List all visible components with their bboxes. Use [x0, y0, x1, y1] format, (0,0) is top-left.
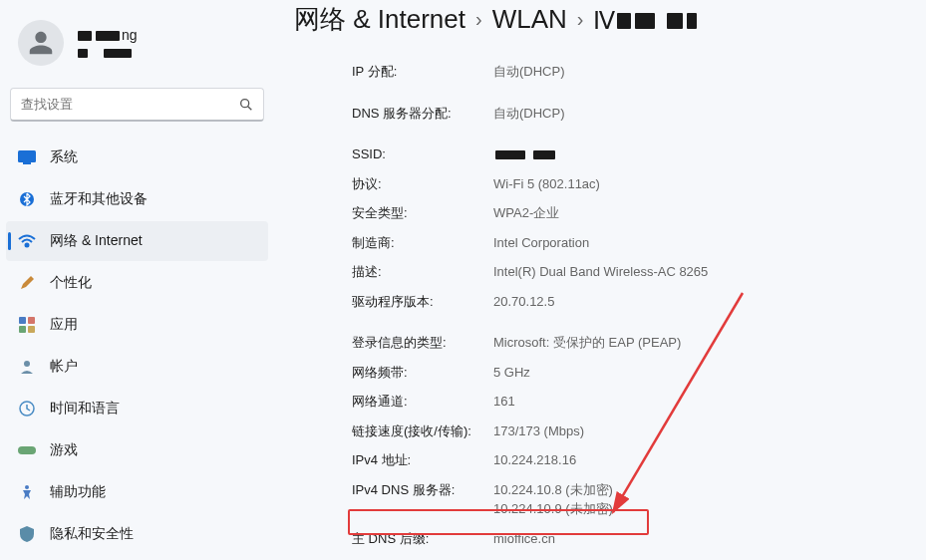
row-band: 网络频带:5 GHz	[352, 358, 906, 388]
shield-icon	[18, 525, 36, 543]
person-icon	[26, 28, 56, 58]
system-icon	[18, 148, 36, 166]
svg-line-1	[248, 107, 252, 111]
breadcrumb-network[interactable]: 网络 & Internet	[294, 2, 465, 37]
nav-list: 系统 蓝牙和其他设备 网络 & Internet 个性化 应用 帐户	[0, 132, 274, 560]
nav-system[interactable]: 系统	[6, 138, 268, 177]
row-protocol: 协议:Wi-Fi 5 (802.11ac)	[352, 169, 906, 199]
main-content: 网络 & Internet › WLAN › Ⅳ IP 分配:自动(DHCP) …	[274, 0, 926, 560]
row-ipv4-dns: IPv4 DNS 服务器:10.224.10.8 (未加密)10.224.10.…	[352, 475, 906, 524]
profile-name: ng	[76, 27, 138, 59]
apps-icon	[18, 316, 36, 334]
svg-rect-2	[18, 150, 36, 162]
svg-rect-3	[23, 162, 31, 164]
profile-header[interactable]: ng	[0, 10, 274, 84]
clock-icon	[18, 400, 36, 418]
chevron-right-icon: ›	[577, 8, 584, 31]
nav-label: 应用	[50, 316, 78, 334]
nav-label: 游戏	[50, 441, 78, 459]
breadcrumb: 网络 & Internet › WLAN › Ⅳ	[294, 0, 906, 49]
svg-rect-6	[19, 317, 26, 324]
nav-time-language[interactable]: 时间和语言	[6, 389, 268, 428]
row-dns-assign: DNS 服务器分配:自动(DHCP)	[352, 99, 906, 129]
search-icon	[238, 97, 254, 113]
search-input[interactable]	[10, 88, 264, 122]
bluetooth-icon	[18, 190, 36, 208]
row-ip-assign: IP 分配:自动(DHCP)	[352, 57, 906, 87]
nav-label: 系统	[50, 148, 78, 166]
row-link-speed: 链接速度(接收/传输):173/173 (Mbps)	[352, 417, 906, 446]
wifi-icon	[18, 232, 36, 250]
svg-point-13	[25, 485, 29, 489]
nav-apps[interactable]: 应用	[6, 305, 268, 345]
svg-rect-9	[28, 326, 35, 333]
svg-rect-7	[28, 317, 35, 324]
nav-label: 帐户	[50, 358, 78, 376]
row-dns-suffix: 主 DNS 后缀:mioffice.cn	[352, 524, 906, 554]
nav-gaming[interactable]: 游戏	[6, 430, 268, 470]
svg-point-10	[24, 361, 30, 367]
row-ssid: SSID:	[352, 140, 906, 169]
row-vendor: 制造商:Intel Corporation	[352, 228, 906, 258]
breadcrumb-ssid[interactable]: Ⅳ	[593, 4, 698, 35]
nav-label: 个性化	[50, 274, 92, 292]
chevron-right-icon: ›	[475, 8, 482, 31]
row-login-type: 登录信息的类型:Microsoft: 受保护的 EAP (PEAP)	[352, 328, 906, 358]
nav-label: 时间和语言	[50, 400, 120, 418]
row-security: 安全类型:WPA2-企业	[352, 198, 906, 228]
row-channel: 网络通道:161	[352, 387, 906, 417]
nav-bluetooth[interactable]: 蓝牙和其他设备	[6, 179, 268, 219]
nav-label: 蓝牙和其他设备	[50, 190, 148, 208]
svg-point-0	[241, 100, 249, 108]
breadcrumb-wlan[interactable]: WLAN	[492, 4, 567, 35]
sidebar: ng 系统 蓝牙和其他设备 网络 & Internet	[0, 0, 274, 560]
row-mac: 物理地址(MAC):98-3B-8F-91-17-70	[352, 553, 906, 560]
nav-windows-update[interactable]: Windows 更新	[6, 556, 268, 560]
network-details-panel: IP 分配:自动(DHCP) DNS 服务器分配:自动(DHCP) SSID: …	[294, 49, 906, 560]
nav-label: 网络 & Internet	[50, 232, 143, 250]
avatar	[18, 20, 64, 66]
svg-point-5	[26, 244, 29, 247]
account-icon	[18, 358, 36, 376]
nav-network[interactable]: 网络 & Internet	[6, 221, 268, 261]
row-driver: 驱动程序版本:20.70.12.5	[352, 287, 906, 317]
brush-icon	[18, 274, 36, 292]
accessibility-icon	[18, 483, 36, 501]
row-ipv4: IPv4 地址:10.224.218.16	[352, 445, 906, 475]
game-icon	[18, 441, 36, 459]
nav-personalization[interactable]: 个性化	[6, 263, 268, 303]
nav-privacy[interactable]: 隐私和安全性	[6, 514, 268, 554]
row-desc: 描述:Intel(R) Dual Band Wireless-AC 8265	[352, 257, 906, 287]
svg-rect-8	[19, 326, 26, 333]
svg-rect-12	[18, 446, 36, 454]
nav-accessibility[interactable]: 辅助功能	[6, 472, 268, 512]
search-container	[10, 88, 264, 122]
nav-accounts[interactable]: 帐户	[6, 347, 268, 387]
nav-label: 辅助功能	[50, 483, 106, 501]
nav-label: 隐私和安全性	[50, 525, 134, 543]
